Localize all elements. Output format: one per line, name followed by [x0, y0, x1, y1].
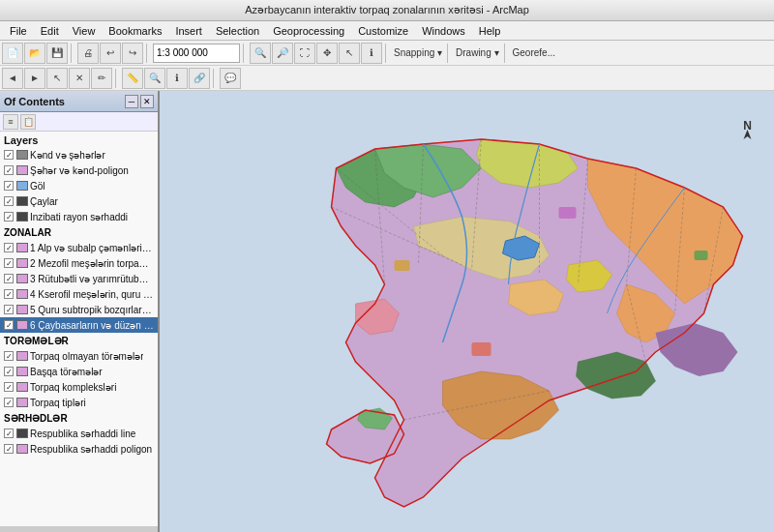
layer-checkbox-basqa[interactable]: [4, 367, 14, 376]
identify2-button[interactable]: ℹ: [166, 68, 188, 89]
layer-item-quru[interactable]: 5 Quru subtropik bozqırlarının va y...: [0, 302, 158, 317]
map-area[interactable]: N: [160, 91, 774, 532]
layer-label-zonalar: ZONALAR: [4, 227, 51, 238]
svg-rect-3: [472, 342, 491, 356]
menu-view[interactable]: View: [67, 24, 102, 38]
layer-checkbox-caybasarlar[interactable]: [4, 320, 14, 330]
layer-item-rutubetli[interactable]: 3 Rütubətli və yarımrütubətli subtr...: [0, 271, 158, 286]
layer-item-respublika-line[interactable]: Respublika sərhaddi line: [0, 426, 158, 441]
menu-edit[interactable]: Edit: [35, 24, 65, 38]
layer-item-torpaq-olmayan[interactable]: Torpaq olmayan törəmələr: [0, 348, 158, 364]
georef-label[interactable]: Georefe...: [511, 47, 557, 58]
layer-checkbox-rutubetli[interactable]: [4, 274, 14, 283]
separator-2: [146, 44, 150, 63]
layer-item-torpaq-tipler[interactable]: Torpaq tipləri: [0, 395, 158, 410]
measure-button[interactable]: 📏: [122, 68, 143, 89]
toc-list-view-button[interactable]: ≡: [3, 114, 18, 130]
pan-button[interactable]: ✥: [316, 43, 338, 64]
map-tips-button[interactable]: 💬: [220, 68, 241, 89]
zoom-in-button[interactable]: 🔍: [250, 43, 271, 64]
layer-checkbox-respublika-poligon[interactable]: [4, 444, 14, 454]
layer-icon-kend: [16, 150, 28, 160]
layer-item-toremeler[interactable]: TÖRƏMƏLƏR: [0, 333, 158, 348]
layer-item-alp[interactable]: 1 Alp və subalp çəmənlərinin və ça...: [0, 240, 158, 255]
layer-checkbox-gol[interactable]: [4, 181, 14, 191]
layer-checkbox-torpaq-tipler[interactable]: [4, 398, 14, 407]
layer-item-kend[interactable]: Kənd və şəhərlər: [0, 147, 158, 163]
menu-help[interactable]: Help: [473, 24, 507, 38]
layer-icon-torpaq-kompleks: [16, 382, 28, 392]
layer-icon-caylar: [16, 196, 28, 206]
layer-item-caylar[interactable]: Çaylar: [0, 193, 158, 209]
svg-rect-2: [695, 251, 708, 260]
toolbar-2: ◄ ► ↖ ✕ ✏ 📏 🔍 ℹ 🔗 💬: [0, 66, 774, 91]
layer-item-kserofil[interactable]: 4 Kserofil meşələrin, quru kolluqa...: [0, 286, 158, 302]
layer-icon-torpaq-olmayan: [16, 351, 28, 361]
layer-item-seher-poligon[interactable]: Şəhər və kənd-poligon: [0, 163, 158, 178]
menu-geoprocessing[interactable]: Geoprocessing: [267, 24, 350, 38]
print-button[interactable]: 🖨: [77, 43, 99, 64]
redo-button[interactable]: ↪: [122, 43, 143, 64]
layer-checkbox-alp[interactable]: [4, 243, 14, 252]
layer-checkbox-kend[interactable]: [4, 150, 14, 160]
arrow-forward-button[interactable]: ►: [24, 68, 45, 89]
layer-item-torpaq-kompleks[interactable]: Torpaq kompleksləri: [0, 379, 158, 395]
layer-item-mezofil[interactable]: 2 Mezofil meşələrin torpaqları (800...: [0, 255, 158, 271]
undo-button[interactable]: ↩: [100, 43, 121, 64]
layer-label-basqa: Başqa törəmələr: [30, 367, 103, 377]
arrow-back-button[interactable]: ◄: [2, 68, 23, 89]
layer-label-quru: 5 Quru subtropik bozqırlarının va y...: [30, 305, 154, 315]
title-bar: Azərbaycanın interaktiv torpaq zonaların…: [0, 0, 774, 21]
menu-file[interactable]: File: [4, 24, 33, 38]
layer-item-respublika-poligon[interactable]: Respublika sərhaddi poligon: [0, 441, 158, 457]
layer-item-inzibati[interactable]: İnzibati rayon sərhaddi: [0, 209, 158, 224]
toc-detail-view-button[interactable]: 📋: [20, 114, 36, 130]
menu-windows[interactable]: Windows: [416, 24, 471, 38]
menu-insert[interactable]: Insert: [169, 24, 208, 38]
layer-label-kend: Kənd və şəhərlər: [30, 150, 105, 161]
find-button[interactable]: 🔍: [144, 68, 165, 89]
select-features-button[interactable]: ↖: [46, 68, 68, 89]
layer-label-kserofil: 4 Kserofil meşələrin, quru kolluqa...: [30, 289, 154, 300]
layer-checkbox-mezofil[interactable]: [4, 258, 14, 268]
zoom-out-button[interactable]: 🔎: [272, 43, 293, 64]
scale-input[interactable]: [153, 44, 240, 63]
edit-button[interactable]: ✏: [91, 68, 112, 89]
layer-item-gol[interactable]: Göl: [0, 178, 158, 193]
layer-checkbox-inzibati[interactable]: [4, 212, 14, 222]
layer-checkbox-respublika-line[interactable]: [4, 429, 14, 438]
separator-t2-1: [115, 69, 119, 88]
layer-item-zonalar[interactable]: ZONALAR: [0, 224, 158, 240]
layer-checkbox-torpaq-olmayan[interactable]: [4, 351, 14, 361]
open-button[interactable]: 📂: [24, 43, 45, 64]
layer-item-serhedler[interactable]: SƏRHƏDLƏR: [0, 410, 158, 426]
zoom-full-button[interactable]: ⛶: [294, 43, 315, 64]
menu-customize[interactable]: Customize: [352, 24, 414, 38]
layer-checkbox-torpaq-kompleks[interactable]: [4, 382, 14, 392]
layer-checkbox-seher-poligon[interactable]: [4, 165, 14, 175]
app-title: Azərbaycanın interaktiv torpaq zonaların…: [245, 4, 529, 16]
snapping-label[interactable]: Snapping ▾: [392, 47, 444, 58]
clear-selection-button[interactable]: ✕: [69, 68, 90, 89]
layer-icon-respublika-poligon: [16, 444, 28, 454]
toc-minimize-button[interactable]: ─: [125, 95, 138, 108]
layer-item-caybasarlar[interactable]: 6 Çaybasarların və düzən meşələrin...: [0, 317, 158, 333]
layer-checkbox-quru[interactable]: [4, 305, 14, 314]
layer-label-respublika-line: Respublika sərhaddi line: [30, 429, 135, 439]
identify-button[interactable]: ℹ: [361, 43, 382, 64]
layer-item-basqa[interactable]: Başqa törəmələr: [0, 364, 158, 379]
hyperlink-button[interactable]: 🔗: [189, 68, 210, 89]
toc-resize-handle[interactable]: [0, 526, 158, 532]
new-button[interactable]: 📄: [2, 43, 23, 64]
separator-t2-2: [213, 69, 217, 88]
toc-toolbar: ≡ 📋: [0, 112, 158, 132]
layer-checkbox-kserofil[interactable]: [4, 289, 14, 299]
menu-selection[interactable]: Selection: [210, 24, 265, 38]
save-button[interactable]: 💾: [46, 43, 68, 64]
drawing-label[interactable]: Drawing ▾: [454, 47, 500, 58]
layer-checkbox-caylar[interactable]: [4, 196, 14, 206]
layer-icon-quru: [16, 305, 28, 314]
select-button[interactable]: ↖: [339, 43, 360, 64]
toc-close-button[interactable]: ✕: [140, 95, 154, 108]
menu-bookmarks[interactable]: Bookmarks: [103, 24, 167, 38]
